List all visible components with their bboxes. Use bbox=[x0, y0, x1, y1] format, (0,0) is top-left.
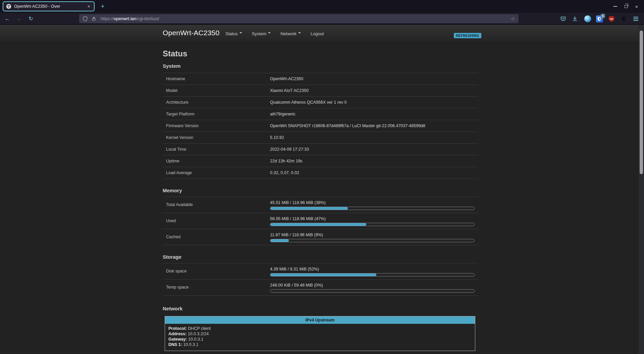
restore-icon bbox=[625, 5, 628, 8]
row-label: Hostname bbox=[166, 77, 270, 81]
lock-warning-icon[interactable] bbox=[91, 16, 97, 21]
progress-cell: 11.87 MiB / 118.96 MiB (9%) bbox=[270, 232, 475, 242]
menu-button[interactable] bbox=[631, 14, 640, 23]
bitwarden-extension-icon[interactable]: 1 bbox=[595, 14, 604, 23]
table-row: ModelXiaomi AIoT AC2350 bbox=[163, 85, 478, 97]
pocket-icon[interactable] bbox=[559, 14, 568, 23]
row-value: ath79/generic bbox=[270, 112, 296, 116]
ublock-extension-icon[interactable]: UO bbox=[607, 14, 616, 23]
table-row: HostnameOpenWrt-AC2350 bbox=[163, 73, 478, 85]
table-row: Firmware VersionOpenWrt SNAPSHOT r18606-… bbox=[163, 120, 478, 132]
nav-logout-label: Logout bbox=[311, 31, 324, 36]
progress-fill bbox=[270, 223, 366, 226]
nav-network[interactable]: Network bbox=[280, 31, 301, 36]
page-content: Status System HostnameOpenWrt-AC2350 Mod… bbox=[163, 42, 478, 351]
progress-cell: 248.00 KiB / 59.48 MiB (0%) bbox=[270, 282, 475, 293]
browser-tab[interactable]: OpenWrt-AC2350 - Over × bbox=[3, 1, 95, 11]
nav-system[interactable]: System bbox=[252, 31, 271, 36]
back-button[interactable]: ← bbox=[3, 14, 12, 23]
row-label: Total Available bbox=[166, 202, 270, 207]
field-value: 10.0.3.2/24 bbox=[188, 332, 209, 336]
ipv4-upstream-body: Protocol: DHCP client Address: 10.0.3.2/… bbox=[165, 324, 475, 351]
browser-window: OpenWrt-AC2350 - Over × + × ← → ↻ bbox=[0, 0, 644, 354]
row-label: Disk space bbox=[166, 269, 270, 273]
section-system: System HostnameOpenWrt-AC2350 ModelXiaom… bbox=[163, 63, 478, 179]
row-value: 2022-04-09 17:27:33 bbox=[270, 147, 309, 152]
tab-title: OpenWrt-AC2350 - Over bbox=[14, 4, 87, 9]
bookmark-star-icon[interactable]: ☆ bbox=[511, 16, 515, 22]
row-label: Architecture bbox=[166, 100, 270, 105]
url-bar[interactable]: https://openwrt.lan/cgi-bin/luci/ ☆ bbox=[79, 14, 519, 23]
bitwarden-shield-icon: 1 bbox=[596, 15, 603, 22]
row-label: Temp space bbox=[166, 285, 270, 290]
network-field: Gateway: 10.0.3.1 bbox=[168, 337, 472, 342]
account-avatar[interactable] bbox=[583, 14, 592, 23]
row-label: Model bbox=[166, 88, 270, 93]
progress-bar bbox=[270, 289, 475, 293]
row-value: 22d 13h 42m 19s bbox=[270, 159, 303, 163]
storage-table: Disk space 4.39 MiB / 8.31 MiB (52%) Tem… bbox=[163, 263, 478, 296]
progress-text: 45.51 MiB / 118.96 MiB (38%) bbox=[270, 200, 326, 205]
network-field: DNS 1: 10.0.3.1 bbox=[168, 342, 472, 347]
chevron-down-icon bbox=[298, 32, 301, 35]
gnome-foot-extension-icon[interactable] bbox=[619, 14, 628, 23]
row-label: Target Platform bbox=[166, 112, 270, 116]
downloads-icon[interactable] bbox=[571, 14, 579, 23]
svg-text:UO: UO bbox=[610, 18, 613, 20]
row-value: 5.10.92 bbox=[270, 135, 284, 140]
table-row: Used 56.55 MiB / 118.96 MiB (47%) bbox=[163, 213, 478, 229]
bitwarden-badge: 1 bbox=[601, 14, 605, 18]
row-value: OpenWrt SNAPSHOT r18606-87d489f67a / LuC… bbox=[270, 123, 425, 128]
row-label: Kernel Version bbox=[166, 135, 270, 140]
progress-bar bbox=[270, 273, 475, 276]
page-title: Status bbox=[163, 49, 478, 58]
new-tab-button[interactable]: + bbox=[98, 2, 107, 11]
table-row: ArchitectureQualcomm Atheros QCA956X ver… bbox=[163, 97, 478, 108]
table-row: Temp space 248.00 KiB / 59.48 MiB (0%) bbox=[163, 280, 478, 296]
restore-button[interactable] bbox=[621, 0, 631, 13]
ipv4-upstream-table: IPv4 Upstream Protocol: DHCP client Addr… bbox=[165, 316, 475, 351]
close-button[interactable]: × bbox=[631, 0, 642, 13]
field-value: DHCP client bbox=[188, 326, 211, 331]
minimize-button[interactable] bbox=[610, 0, 621, 13]
row-label: Load Average bbox=[166, 170, 270, 175]
progress-fill bbox=[270, 273, 376, 276]
avatar-image bbox=[584, 15, 591, 22]
storage-heading: Storage bbox=[163, 254, 478, 260]
progress-cell: 4.39 MiB / 8.31 MiB (52%) bbox=[270, 266, 475, 276]
row-label: Uptime bbox=[166, 159, 270, 163]
brand-title[interactable]: OpenWrt-AC2350 bbox=[163, 29, 219, 37]
scrollbar-track[interactable] bbox=[639, 25, 644, 354]
ipv4-upstream-header: IPv4 Upstream bbox=[165, 316, 475, 324]
page-viewport: OpenWrt-AC2350 Status System Network Log… bbox=[0, 25, 644, 354]
section-network: Network IPv4 Upstream Protocol: DHCP cli… bbox=[163, 306, 478, 351]
row-value: Qualcomm Atheros QCA956X ver 1 rev 0 bbox=[270, 100, 347, 105]
forward-button[interactable]: → bbox=[14, 14, 23, 23]
row-label: Firmware Version bbox=[166, 123, 270, 128]
tab-close-icon[interactable]: × bbox=[87, 3, 91, 9]
row-value: 0.32, 0.07, 0.02 bbox=[270, 170, 299, 175]
chevron-down-icon bbox=[239, 32, 242, 35]
network-field: Protocol: DHCP client bbox=[168, 326, 472, 331]
memory-table: Total Available 45.51 MiB / 118.96 MiB (… bbox=[163, 197, 478, 245]
nav-status[interactable]: Status bbox=[225, 31, 242, 36]
url-prefix: https:// bbox=[101, 16, 114, 21]
reload-button[interactable]: ↻ bbox=[26, 14, 36, 23]
progress-text: 4.39 MiB / 8.31 MiB (52%) bbox=[270, 267, 319, 271]
row-label: Used bbox=[166, 218, 270, 223]
table-row: Target Platformath79/generic bbox=[163, 108, 478, 120]
table-row: Disk space 4.39 MiB / 8.31 MiB (52%) bbox=[163, 263, 478, 280]
nav-logout[interactable]: Logout bbox=[311, 31, 324, 36]
scrollbar-thumb[interactable] bbox=[640, 31, 643, 174]
tab-bar: OpenWrt-AC2350 - Over × + × bbox=[0, 0, 644, 13]
tracking-shield-icon[interactable] bbox=[83, 16, 88, 21]
openwrt-favicon-icon bbox=[6, 4, 11, 9]
table-row: Total Available 45.51 MiB / 118.96 MiB (… bbox=[163, 197, 478, 213]
url-path: /cgi-bin/luci/ bbox=[136, 16, 159, 21]
main-nav: Status System Network Logout bbox=[225, 25, 324, 42]
field-label: DNS 1: bbox=[168, 342, 182, 347]
row-label: Local Time bbox=[166, 147, 270, 152]
row-value: Xiaomi AIoT AC2350 bbox=[270, 88, 309, 93]
nav-network-label: Network bbox=[280, 31, 297, 36]
progress-bar bbox=[270, 239, 475, 242]
